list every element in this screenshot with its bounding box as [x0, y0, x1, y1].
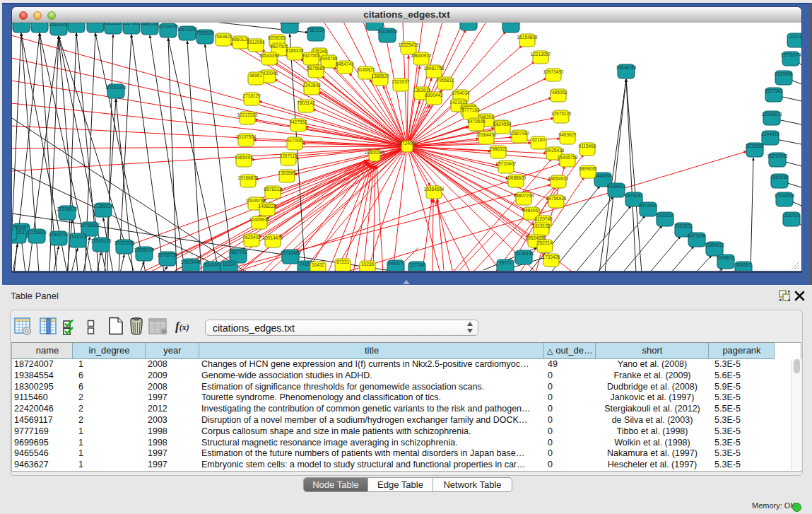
svg-text:19218506: 19218506 — [377, 29, 398, 34]
svg-text:12505135: 12505135 — [91, 238, 112, 243]
svg-text:16782759: 16782759 — [158, 252, 178, 257]
svg-text:8578312: 8578312 — [264, 187, 282, 192]
svg-text:1440954: 1440954 — [594, 173, 612, 178]
svg-text:19384554: 19384554 — [424, 187, 445, 192]
svg-text:10025438: 10025438 — [544, 148, 565, 153]
svg-text:9146821: 9146821 — [357, 67, 375, 72]
svg-text:1145113: 1145113 — [69, 234, 87, 239]
svg-text:2242848: 2242848 — [302, 83, 321, 88]
svg-text:13716485: 13716485 — [281, 250, 301, 255]
svg-text:2933114: 2933114 — [657, 213, 674, 218]
svg-text:7632621: 7632621 — [674, 223, 693, 228]
svg-text:924561: 924561 — [736, 262, 751, 267]
svg-text:98961: 98961 — [249, 73, 262, 78]
svg-text:12093873: 12093873 — [762, 112, 782, 117]
svg-text:8454749: 8454749 — [336, 62, 354, 66]
svg-text:1965493: 1965493 — [235, 155, 253, 160]
svg-text:16210943: 16210943 — [767, 153, 788, 158]
svg-text:1527602: 1527602 — [122, 23, 141, 25]
svg-text:9777169: 9777169 — [461, 107, 480, 112]
svg-text:10046788: 10046788 — [246, 198, 266, 203]
svg-text:11156829: 11156829 — [27, 230, 47, 235]
svg-text:10719155: 10719155 — [158, 24, 179, 29]
svg-text:17957283: 17957283 — [114, 240, 135, 245]
svg-text:6120746: 6120746 — [534, 216, 553, 221]
svg-text:9315: 9315 — [12, 227, 14, 232]
svg-text:19234: 19234 — [223, 262, 235, 267]
svg-text:5875685: 5875685 — [307, 66, 325, 71]
svg-text:14136141: 14136141 — [514, 251, 534, 256]
svg-text:9115460: 9115460 — [579, 144, 596, 148]
svg-text:7803142: 7803142 — [297, 100, 315, 105]
svg-text:16671355: 16671355 — [177, 27, 198, 32]
svg-text:2986322: 2986322 — [489, 146, 507, 151]
svg-text:11121: 11121 — [789, 34, 801, 39]
svg-text:6479595: 6479595 — [467, 119, 486, 124]
svg-text:8990443: 8990443 — [425, 93, 443, 98]
svg-text:7515526: 7515526 — [196, 30, 214, 35]
svg-text:1905572: 1905572 — [30, 23, 49, 24]
svg-text:20364436: 20364436 — [476, 132, 497, 137]
svg-text:10654112: 10654112 — [705, 243, 725, 247]
svg-text:18807249: 18807249 — [514, 193, 534, 198]
svg-text:9245612: 9245612 — [717, 255, 735, 260]
svg-text:137164: 137164 — [409, 262, 425, 267]
svg-text:1353565: 1353565 — [278, 170, 296, 175]
svg-text:20206526: 20206526 — [57, 206, 78, 211]
svg-text:20053346: 20053346 — [106, 85, 126, 90]
svg-text:924505: 924505 — [204, 262, 220, 267]
svg-text:87231: 87231 — [336, 259, 349, 264]
svg-text:15720407: 15720407 — [496, 161, 517, 166]
svg-text:9474444: 9474444 — [639, 203, 657, 208]
svg-text:19055713: 19055713 — [12, 23, 32, 24]
svg-text:1733426: 1733426 — [542, 255, 560, 259]
svg-text:6466160: 6466160 — [141, 23, 159, 26]
svg-text:8226053: 8226053 — [268, 35, 286, 40]
svg-text:10653267: 10653267 — [103, 23, 124, 25]
svg-text:19654923: 19654923 — [548, 176, 569, 181]
svg-text:18640910: 18640910 — [411, 53, 432, 58]
svg-text:19166825: 19166825 — [238, 175, 259, 180]
svg-text:8186328: 8186328 — [286, 48, 304, 53]
svg-text:116753: 116753 — [784, 213, 799, 218]
svg-text:9857791: 9857791 — [229, 250, 247, 255]
svg-text:252214: 252214 — [537, 240, 553, 245]
svg-text:9794034: 9794034 — [452, 90, 470, 95]
svg-text:1615132: 1615132 — [532, 223, 551, 228]
svg-text:17016504: 17016504 — [775, 193, 795, 198]
svg-text:917006: 917006 — [287, 138, 302, 143]
svg-text:9427552: 9427552 — [289, 119, 307, 124]
svg-text:8912954: 8912954 — [247, 40, 265, 45]
svg-text:16543392: 16543392 — [259, 53, 280, 58]
svg-text:10973493: 10973493 — [543, 69, 564, 74]
svg-text:2687682: 2687682 — [502, 23, 520, 24]
svg-text:7357234: 7357234 — [307, 28, 325, 33]
svg-text:1522037: 1522037 — [392, 79, 410, 84]
svg-text:3267110: 3267110 — [280, 153, 298, 158]
svg-text:16961758: 16961758 — [424, 66, 445, 71]
svg-text:12923446: 12923446 — [181, 259, 201, 264]
svg-text:6479197: 6479197 — [625, 193, 643, 198]
svg-text:10807487: 10807487 — [510, 131, 530, 136]
svg-text:12409944: 12409944 — [249, 217, 270, 222]
svg-text:10236: 10236 — [361, 262, 374, 267]
svg-text:9227342: 9227342 — [765, 88, 783, 93]
svg-text:13325419: 13325419 — [399, 42, 419, 47]
svg-text:2946768: 2946768 — [319, 56, 338, 61]
svg-text:7663822: 7663822 — [214, 34, 233, 39]
svg-text:8938913: 8938913 — [607, 184, 625, 189]
svg-text:10107554: 10107554 — [236, 134, 257, 139]
svg-text:12213957: 12213957 — [531, 52, 551, 57]
svg-text:2718129: 2718129 — [242, 93, 261, 98]
svg-text:18724007: 18724007 — [397, 141, 418, 146]
svg-text:13751074: 13751074 — [781, 52, 801, 57]
svg-text:1244415: 1244415 — [761, 132, 779, 136]
svg-text:8471636: 8471636 — [688, 233, 706, 238]
svg-text:12975115: 12975115 — [551, 111, 572, 116]
svg-text:9463627: 9463627 — [558, 132, 577, 137]
svg-text:1388520: 1388520 — [371, 74, 389, 78]
svg-text:62160: 62160 — [532, 137, 545, 142]
svg-text:16053809: 16053809 — [280, 23, 300, 25]
svg-text:1065387: 1065387 — [67, 23, 86, 24]
svg-text:9129966: 9129966 — [775, 71, 793, 76]
